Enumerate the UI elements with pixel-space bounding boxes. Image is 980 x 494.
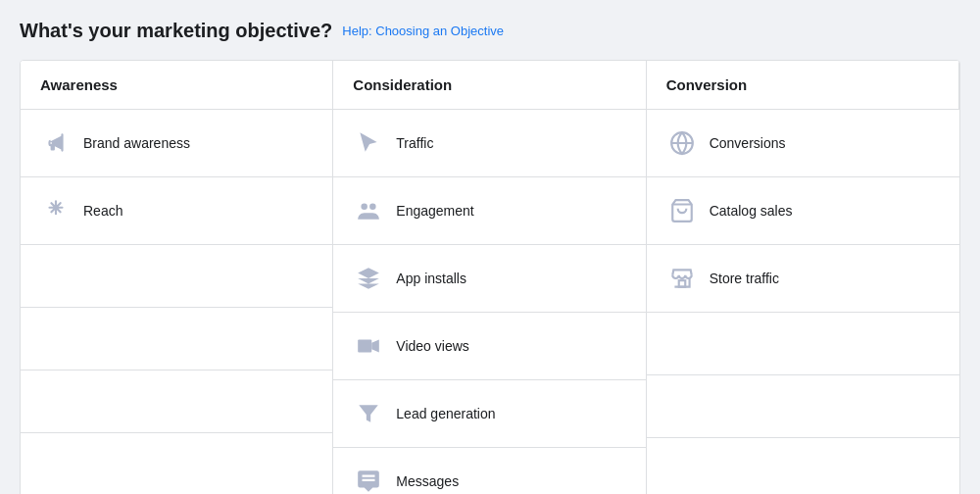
conversion-filler-3 bbox=[647, 438, 959, 494]
page-title: What's your marketing objective? bbox=[20, 20, 332, 42]
messages-icon bbox=[353, 466, 384, 494]
item-catalog-sales[interactable]: Catalog sales bbox=[647, 177, 959, 245]
col-consideration: Traffic Engagement bbox=[333, 110, 646, 494]
item-traffic[interactable]: Traffic bbox=[333, 110, 645, 177]
svg-point-0 bbox=[362, 203, 368, 210]
help-link[interactable]: Help: Choosing an Objective bbox=[342, 24, 504, 38]
svg-rect-5 bbox=[678, 280, 685, 287]
item-lead-generation[interactable]: Lead generation bbox=[333, 380, 645, 448]
store-traffic-label: Store traffic bbox=[710, 271, 779, 286]
brand-awareness-label: Brand awareness bbox=[83, 135, 190, 151]
conversion-filler-1 bbox=[647, 313, 959, 375]
col-awareness: Brand awareness Reach bbox=[21, 110, 333, 494]
reach-label: Reach bbox=[83, 203, 122, 219]
header-consideration: Consideration bbox=[333, 61, 646, 110]
video-views-label: Video views bbox=[396, 338, 468, 354]
svg-rect-2 bbox=[358, 340, 371, 353]
video-icon bbox=[353, 330, 384, 362]
item-reach[interactable]: Reach bbox=[21, 177, 332, 245]
header-row: What's your marketing objective? Help: C… bbox=[20, 20, 960, 42]
item-engagement[interactable]: Engagement bbox=[333, 177, 645, 245]
globe-icon bbox=[666, 127, 698, 159]
header-awareness: Awareness bbox=[21, 61, 333, 110]
cart-icon bbox=[666, 195, 698, 226]
awareness-filler-4 bbox=[21, 433, 332, 494]
col-conversion: Conversions Catalog sales bbox=[647, 110, 959, 494]
awareness-filler-1 bbox=[21, 245, 332, 308]
awareness-filler-3 bbox=[21, 370, 332, 433]
awareness-filler-2 bbox=[21, 308, 332, 370]
traffic-label: Traffic bbox=[396, 135, 433, 151]
item-brand-awareness[interactable]: Brand awareness bbox=[21, 110, 332, 177]
item-video-views[interactable]: Video views bbox=[333, 313, 645, 380]
box-icon bbox=[353, 263, 384, 294]
page-wrapper: What's your marketing objective? Help: C… bbox=[0, 0, 980, 494]
item-app-installs[interactable]: App installs bbox=[333, 245, 645, 313]
engagement-icon bbox=[353, 195, 384, 226]
engagement-label: Engagement bbox=[396, 203, 473, 219]
table-container: Awareness Consideration Conversion Brand… bbox=[20, 60, 960, 494]
columns-grid: Awareness Consideration Conversion Brand… bbox=[21, 61, 959, 494]
item-messages[interactable]: Messages bbox=[333, 448, 645, 494]
conversions-label: Conversions bbox=[710, 135, 786, 151]
header-conversion: Conversion bbox=[647, 61, 959, 110]
app-installs-label: App installs bbox=[396, 271, 466, 286]
svg-point-1 bbox=[369, 203, 376, 210]
item-conversions[interactable]: Conversions bbox=[647, 110, 959, 177]
conversion-filler-2 bbox=[647, 375, 959, 438]
messages-label: Messages bbox=[396, 473, 459, 489]
reach-icon bbox=[40, 195, 72, 226]
funnel-icon bbox=[353, 398, 384, 429]
cursor-icon bbox=[353, 127, 384, 159]
megaphone-icon bbox=[40, 127, 72, 159]
lead-generation-label: Lead generation bbox=[396, 406, 495, 421]
item-store-traffic[interactable]: Store traffic bbox=[647, 245, 959, 313]
store-icon bbox=[666, 263, 698, 294]
catalog-sales-label: Catalog sales bbox=[710, 203, 793, 219]
